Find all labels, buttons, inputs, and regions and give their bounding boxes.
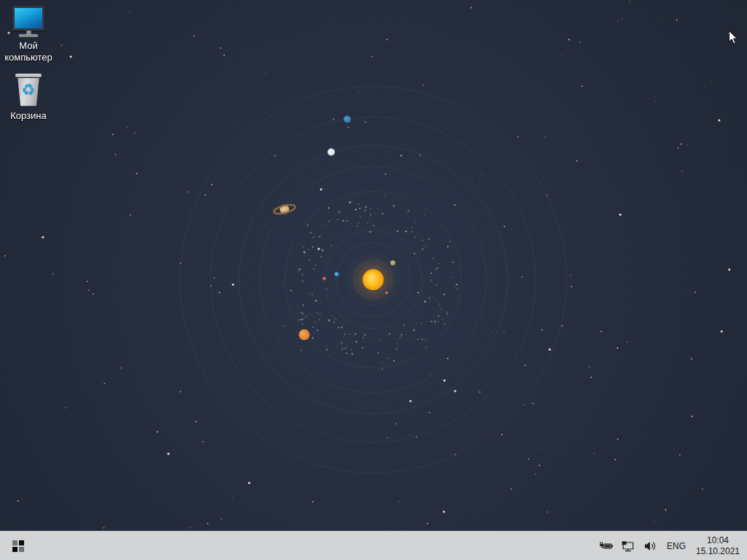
my-computer-icon — [12, 6, 44, 37]
language-indicator[interactable]: ENG — [665, 541, 688, 551]
desktop-icon-column: Мой компьютер ♻ Корзина — [1, 6, 56, 122]
recycle-bin-icon: ♻ — [14, 74, 43, 107]
wallpaper-solar-system — [0, 0, 747, 531]
desktop: Мой компьютер ♻ Корзина — [0, 0, 747, 531]
monitor-screen — [12, 6, 44, 31]
clock-date: 15.10.2021 — [696, 546, 740, 557]
start-menu-icon — [12, 540, 24, 552]
my-computer-label: Мой компьютер — [1, 40, 56, 63]
network-icon[interactable] — [621, 532, 635, 560]
clock-time: 10:04 — [707, 535, 729, 546]
monitor-base — [19, 34, 38, 37]
desktop-icon-my-computer[interactable]: Мой компьютер — [1, 6, 56, 63]
recycle-bin-label: Корзина — [10, 110, 47, 122]
recycle-symbol-icon: ♻ — [14, 82, 43, 98]
start-button[interactable] — [0, 532, 36, 560]
taskbar: ENG 10:04 15.10.2021 — [0, 531, 747, 560]
system-tray: ENG 10:04 15.10.2021 — [599, 532, 747, 560]
volume-icon[interactable] — [643, 532, 657, 560]
bin-lid — [15, 74, 42, 77]
taskbar-clock[interactable]: 10:04 15.10.2021 — [695, 535, 740, 557]
battery-icon[interactable] — [599, 532, 614, 560]
desktop-icon-recycle-bin[interactable]: ♻ Корзина — [1, 74, 56, 122]
